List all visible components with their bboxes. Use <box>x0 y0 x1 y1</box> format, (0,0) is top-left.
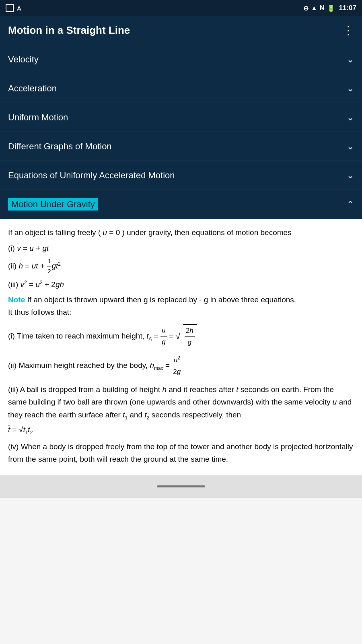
accordion-item-velocity[interactable]: Velocity ⌄ <box>0 45 362 74</box>
chevron-down-icon-equations: ⌄ <box>347 170 354 181</box>
accordion-item-gravity[interactable]: Motion Under Gravity ⌃ <box>0 190 362 219</box>
accordion-label-equations: Equations of Uniformly Accelerated Motio… <box>8 170 175 181</box>
equals-sign: = <box>169 332 175 340</box>
status-bar-left-icons: A <box>6 4 21 12</box>
app-bar-title: Motion in a Straight Line <box>8 24 130 37</box>
time-formula-block: (i) Time taken to reach maximum height, … <box>8 324 354 349</box>
fraction-u2-2g: u2 2g <box>172 354 182 378</box>
t-formula: t = √t1t2 <box>8 423 354 437</box>
accordion-label-graphs: Different Graphs of Motion <box>8 141 112 152</box>
chevron-down-icon-uniform-motion: ⌄ <box>347 112 354 123</box>
note-paragraph: Note If an object is thrown upward then … <box>8 293 354 306</box>
chevron-down-icon-graphs: ⌄ <box>347 141 354 152</box>
accordion-label-acceleration: Acceleration <box>8 83 57 94</box>
more-vert-icon[interactable]: ⋮ <box>343 24 354 37</box>
sqrt-symbol: √ <box>175 329 180 344</box>
ball-paragraph: (iii) A ball is dropped from a building … <box>8 383 354 422</box>
app-bar: Motion in a Straight Line ⋮ <box>0 16 362 45</box>
bottom-nav-line <box>157 485 205 487</box>
minus-circle-icon: ⊖ <box>303 4 309 12</box>
notification-icon-2: A <box>17 5 21 12</box>
notification-icon-1 <box>6 4 14 12</box>
accordion-label-uniform-motion: Uniform Motion <box>8 112 68 123</box>
accordion-label-gravity: Motion Under Gravity <box>8 199 98 210</box>
battery-icon: 🔋 <box>327 4 335 12</box>
fraction-u-g: u g <box>160 325 167 348</box>
accordion-label-velocity: Velocity <box>8 54 39 65</box>
accordion-item-acceleration[interactable]: Acceleration ⌄ <box>0 74 362 103</box>
follows-text: It thus follows that: <box>8 306 354 318</box>
content-area: If an object is falling freely ( u = 0 )… <box>0 219 362 475</box>
note-label: Note <box>8 295 25 304</box>
equation-1: (i) v = u + gt <box>8 242 354 254</box>
height-formula-text: (ii) Maximum height reached by the body,… <box>8 361 172 369</box>
note-text: If an object is thrown upward then g is … <box>27 295 296 304</box>
wifi-icon: ▲ <box>311 4 317 12</box>
chevron-down-icon-velocity: ⌄ <box>347 54 354 65</box>
accordion-item-equations[interactable]: Equations of Uniformly Accelerated Motio… <box>0 161 362 190</box>
accordion-item-graphs[interactable]: Different Graphs of Motion ⌄ <box>0 132 362 161</box>
content-intro: If an object is falling freely ( u = 0 )… <box>8 226 354 239</box>
chevron-up-icon-gravity: ⌃ <box>347 199 354 210</box>
sqrt-fraction-2h-g: 2h g <box>183 324 197 349</box>
status-bar-right-icons: ⊖ ▲ N 🔋 11:07 <box>303 4 356 12</box>
equation-2: (ii) h = ut + 1 2 gt2 <box>8 256 354 277</box>
time-formula-text: (i) Time taken to reach maximum height, … <box>8 332 160 340</box>
bottom-bar <box>0 475 362 498</box>
chevron-down-icon-acceleration: ⌄ <box>347 83 354 94</box>
height-formula-block: (ii) Maximum height reached by the body,… <box>8 354 354 378</box>
fraction-2h-g: 2h g <box>185 325 195 348</box>
equation-3: (iii) v2 = u2 + 2gh <box>8 278 354 291</box>
status-bar: A ⊖ ▲ N 🔋 11:07 <box>0 0 362 16</box>
tower-paragraph: (iv) When a body is dropped freely from … <box>8 440 354 466</box>
sim-icon: N <box>320 4 325 12</box>
overline-t: t <box>8 425 10 434</box>
time-display: 11:07 <box>339 4 356 12</box>
accordion-item-uniform-motion[interactable]: Uniform Motion ⌄ <box>0 103 362 132</box>
